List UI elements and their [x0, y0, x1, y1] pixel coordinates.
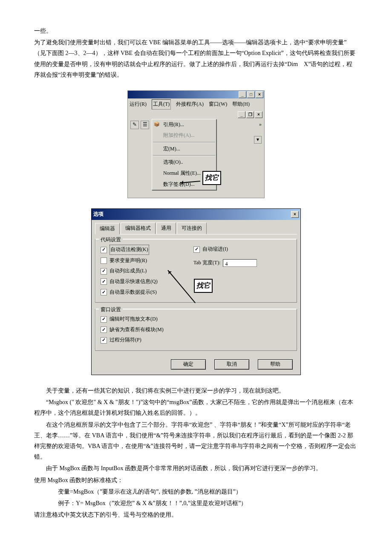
- paragraph: “Msgbox (" 欢迎您" & X & "朋友！")”这句中的“msgBox…: [34, 397, 358, 418]
- close-button[interactable]: ×: [291, 211, 299, 218]
- checkbox[interactable]: ✓: [101, 337, 107, 344]
- maximize-button[interactable]: □: [247, 91, 255, 98]
- figure-2-3: _ □ × 运行(R) 工具(T) 外接程序(A) 窗口(W) 帮助(H) _ …: [34, 90, 358, 198]
- checkbox[interactable]: ✓: [101, 278, 107, 285]
- checkbox-label: 过程分隔符(P): [110, 335, 141, 345]
- checkbox[interactable]: ✓: [193, 246, 200, 253]
- mdi-title-bar: _ ❐ ×: [128, 110, 264, 119]
- tab-editor-format[interactable]: 编辑器格式: [121, 223, 156, 234]
- checkbox-label: 自动显示快速信息(Q): [110, 277, 158, 286]
- menu-separator: [153, 142, 215, 143]
- dialog-title-bar: 选项 ×: [92, 209, 300, 220]
- tab-editor[interactable]: 编辑器: [95, 223, 120, 235]
- menu-window[interactable]: 窗口(W): [209, 100, 227, 109]
- cancel-button[interactable]: 取消: [214, 359, 249, 370]
- menu-item-options[interactable]: 选项(O)..: [152, 157, 216, 168]
- menu-bar: 运行(R) 工具(T) 外接程序(A) 窗口(W) 帮助(H): [128, 98, 264, 110]
- mdi-restore-button[interactable]: ❐: [246, 111, 254, 118]
- toolbar-icon[interactable]: ☰: [141, 121, 149, 129]
- minimize-button[interactable]: _: [239, 91, 246, 98]
- menu-separator: [153, 155, 215, 156]
- group-title: 窗口设置: [99, 305, 123, 315]
- menu-item-label: 引用(R)...: [163, 121, 184, 127]
- paragraph: 由于 MsgBox 函数与 InputBox 函数是两个非常常用的对话函数，所以…: [34, 463, 358, 474]
- tab-width-input[interactable]: 4: [223, 259, 257, 267]
- group-title: 代码设置: [99, 235, 123, 245]
- close-button[interactable]: ×: [256, 91, 263, 98]
- menu-help[interactable]: 帮助(H): [232, 100, 250, 109]
- window-title-bar: _ □ ×: [128, 91, 264, 98]
- group-code-settings: 代码设置 ✓自动语法检测(K) 要求变量声明(R) ✓自动列出成员(L) ✓自动…: [95, 239, 297, 303]
- paragraph: 变量=MsgBox（”要显示在这儿的语句”, 按钮的参数, ”消息框的题目”）: [34, 486, 358, 497]
- paragraph: 例子：Y= MsgBox（”欢迎您” & X &”朋友！！”,0,”这里是欢迎对…: [34, 498, 358, 509]
- help-button[interactable]: 帮助: [258, 359, 293, 370]
- checkbox-label: 自动列出成员(L): [110, 266, 147, 276]
- paragraph: 关于变量，还有一些其它的知识，我们将在实例三中进行更深一步的学习，现在就到这吧。: [34, 385, 358, 396]
- menu-item-additional-controls: 附加控件(A)...: [152, 130, 216, 141]
- tab-docking[interactable]: 可连接的: [177, 223, 207, 234]
- dialog-title: 选项: [93, 210, 104, 219]
- mdi-minimize-button[interactable]: _: [238, 111, 245, 118]
- checkbox[interactable]: ✓: [101, 289, 107, 295]
- checkbox-label: 要求变量声明(R): [110, 256, 147, 266]
- paragraph: 为了避免我们使用变量时出错，我们可以在 VBE 编辑器菜单的工具——选项——编辑…: [34, 37, 358, 80]
- paragraph: 使用 MsgBox 函数时的标准格式：: [34, 475, 358, 486]
- ok-button[interactable]: 确定: [171, 359, 206, 370]
- checkbox[interactable]: ✓: [101, 247, 107, 253]
- annotation-callout: 找它: [202, 171, 221, 185]
- checkbox[interactable]: ✓: [101, 316, 107, 323]
- paragraph: 请注意格式中英文状态下的引号、逗号与空格的使用。: [34, 509, 358, 520]
- checkbox[interactable]: ✓: [101, 327, 107, 333]
- figure-2-4: 选项 × 编辑器 编辑器格式 通用 可连接的 代码设置 ✓自动语法检测(K) 要…: [34, 208, 358, 375]
- menu-tools[interactable]: 工具(T): [152, 99, 171, 110]
- checkbox-label: 编辑时可拖放文本(D): [110, 315, 158, 324]
- checkbox[interactable]: [101, 257, 107, 264]
- chevron-icon[interactable]: »: [259, 120, 262, 129]
- paragraph: 在这个消息框所显示的文字中包含了三个部分。字符串“欢迎您” 、字符串“朋友！”和…: [34, 419, 358, 462]
- tab-bar: 编辑器 编辑器格式 通用 可连接的: [95, 223, 297, 235]
- menu-run[interactable]: 运行(R): [130, 100, 147, 109]
- menu-item-macros[interactable]: 宏(M)...: [152, 144, 216, 155]
- tab-general[interactable]: 通用: [156, 223, 176, 234]
- menu-item-references[interactable]: 📦 引用(R)...: [152, 119, 216, 130]
- menu-addins[interactable]: 外接程序(A): [176, 100, 204, 109]
- tab-width-label: Tab 宽度(T):: [193, 258, 220, 268]
- checkbox-label: 自动语法检测(K): [110, 245, 149, 255]
- toolbar-icon[interactable]: ✎: [130, 121, 139, 129]
- checkbox-label: 自动缩进(I): [202, 245, 228, 254]
- mdi-close-button[interactable]: ×: [255, 111, 262, 118]
- checkbox-label: 缺省为查看所有模块(M): [110, 325, 164, 335]
- checkbox[interactable]: ✓: [101, 268, 107, 275]
- references-icon: 📦: [154, 120, 160, 126]
- dialog-button-row: 确定 取消 帮助: [95, 357, 297, 370]
- annotation-callout: 找它: [194, 279, 213, 293]
- group-window-settings: 窗口设置 ✓编辑时可拖放文本(D) ✓缺省为查看所有模块(M) ✓过程分隔符(P…: [95, 309, 297, 351]
- paragraph: 一些。: [34, 26, 358, 36]
- checkbox-label: 自动显示数据提示(S): [110, 288, 157, 297]
- dropdown-arrow-icon[interactable]: ▾: [254, 136, 262, 144]
